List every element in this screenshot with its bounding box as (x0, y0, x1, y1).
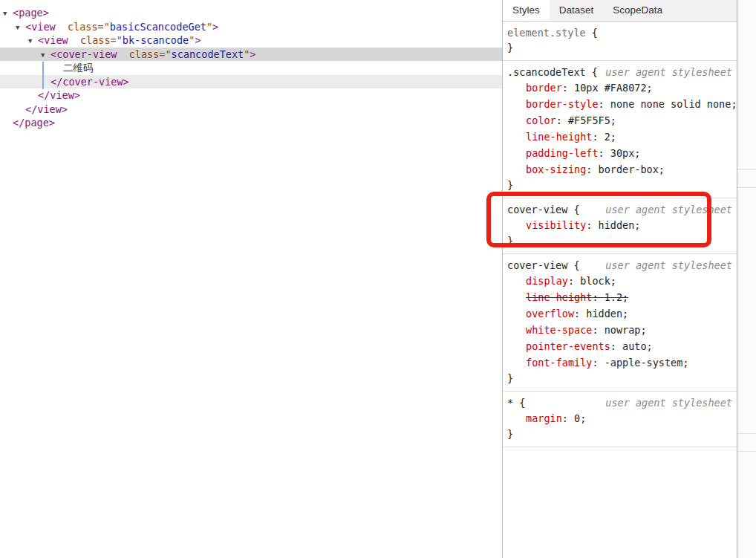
dom-tree-row[interactable]: </page> (0, 116, 502, 130)
closing-brace: } (507, 178, 732, 192)
tag-open-bracket: < (38, 34, 44, 46)
property-name: display (526, 275, 568, 287)
tab-styles[interactable]: Styles (503, 0, 550, 21)
css-declaration[interactable]: overflow: hidden; (507, 305, 732, 322)
styles-tabbar: StylesDatasetScopeData (503, 0, 737, 22)
rule-selector[interactable]: cover-view (507, 259, 567, 271)
rule-selector[interactable]: * (507, 397, 513, 409)
property-name: overflow (526, 308, 574, 319)
scrollbar-mark (737, 169, 756, 170)
tab-dataset[interactable]: Dataset (550, 0, 604, 21)
property-value: 10px #FA8072 (574, 82, 647, 94)
property-value: #F5F5F5 (568, 114, 610, 126)
property-name: white-space (526, 324, 592, 336)
property-value: 30px (610, 147, 635, 159)
property-value: 1.2 (605, 291, 622, 303)
css-declaration[interactable]: font-family: -apple-system; (507, 354, 732, 371)
style-rule: user agent stylesheet* {margin: 0;} (503, 392, 737, 447)
attribute-value: bk-scancode (123, 34, 189, 46)
tag-close-bracket: > (250, 48, 255, 60)
rule-selector[interactable]: .scancodeText (507, 66, 586, 78)
rule-selector[interactable]: cover-view (507, 204, 567, 215)
rule-header: element.style { (507, 25, 732, 40)
expand-arrow-icon[interactable]: ▼ (16, 21, 25, 35)
attribute-value: basicScancodeGet (110, 21, 206, 33)
closing-brace: } (507, 233, 732, 248)
dom-tree-row[interactable]: ▼<view class="basicScancodeGet"> (0, 20, 502, 34)
property-name: line-height (526, 291, 592, 303)
rule-selector[interactable]: element.style (507, 27, 586, 39)
rule-header: user agent stylesheetcover-view { (507, 202, 732, 217)
stylesheet-origin: user agent stylesheet (605, 395, 732, 410)
property-value: hidden (586, 308, 622, 319)
css-declaration[interactable]: pointer-events: auto; (507, 338, 732, 354)
scrollbar[interactable] (737, 0, 756, 558)
css-declaration[interactable]: margin: 0; (507, 410, 732, 426)
tag-close-bracket: > (212, 21, 218, 33)
closing-tag: </page> (13, 117, 55, 129)
attribute-name: class (80, 34, 111, 46)
property-value: auto (622, 340, 647, 352)
css-declaration[interactable]: border: 10px #FA8072; (507, 80, 732, 96)
property-value: 2 (605, 131, 610, 143)
devtools-root: ▼<page>▼<view class="basicScancodeGet">▼… (0, 0, 756, 558)
tag-name: cover-view (56, 48, 117, 60)
property-name: box-sizing (526, 163, 586, 175)
css-declaration[interactable]: box-sizing: border-box; (507, 161, 732, 178)
tab-scopedata[interactable]: ScopeData (603, 0, 672, 21)
dom-tree-row[interactable]: ▼<view class="bk-scancode"> (0, 33, 502, 48)
property-value: 0 (574, 412, 580, 424)
tag-open-bracket: < (50, 48, 56, 60)
tag-close-bracket: > (195, 34, 201, 46)
elements-panel: ▼<page>▼<view class="basicScancodeGet">▼… (0, 0, 503, 558)
style-rule: user agent stylesheetcover-view {display… (503, 254, 737, 392)
css-declaration[interactable]: border-style: none none solid none; (507, 96, 732, 112)
closing-brace: } (507, 426, 732, 441)
property-value: -apple-system (605, 357, 683, 369)
attribute-name: class (68, 21, 98, 33)
css-declaration[interactable]: line-height: 2; (507, 129, 732, 145)
css-declaration[interactable]: visibility: hidden; (507, 217, 732, 233)
dom-tree-row[interactable]: ▼<page> (0, 6, 502, 20)
property-name: border-style (526, 98, 599, 110)
rule-header: user agent stylesheetcover-view { (507, 258, 732, 273)
stylesheet-origin: user agent stylesheet (605, 258, 732, 273)
dom-tree-row[interactable]: </view> (0, 103, 502, 117)
property-value: nowrap (605, 324, 641, 336)
dom-tree-row[interactable]: </view> (0, 88, 502, 103)
closing-tag: </cover-view> (50, 76, 129, 88)
property-name: pointer-events (526, 340, 610, 352)
css-declaration[interactable]: line-height: 1.2; (507, 289, 732, 305)
tag-close-bracket: > (43, 7, 49, 19)
attribute-value: scancodeText (172, 48, 244, 60)
style-rule: user agent stylesheetcover-view {visibil… (503, 198, 737, 254)
style-rule-sections: element.style {}user agent stylesheet.sc… (503, 22, 737, 447)
css-declaration[interactable]: color: #F5F5F5; (507, 112, 732, 129)
dom-tree: ▼<page>▼<view class="basicScancodeGet">▼… (0, 0, 502, 130)
scrollbar-mark (737, 187, 756, 188)
rule-header: user agent stylesheet* { (507, 395, 732, 410)
tag-open-bracket: < (13, 7, 19, 19)
closing-tag: </view> (25, 103, 68, 115)
quote: " (206, 21, 212, 33)
css-declaration[interactable]: padding-left: 30px; (507, 145, 732, 161)
css-declaration[interactable]: display: block; (507, 273, 732, 289)
property-value: block (580, 275, 610, 287)
child-guide-line (42, 62, 44, 89)
dom-tree-row[interactable]: 二维码 (0, 61, 502, 75)
css-declaration[interactable]: white-space: nowrap; (507, 322, 732, 338)
property-name: visibility (526, 219, 586, 231)
dom-tree-row[interactable]: ▼<cover-view class="scancodeText"> (0, 48, 502, 62)
expand-arrow-icon[interactable]: ▼ (3, 7, 13, 21)
property-value: none none solid none (610, 98, 731, 110)
closing-brace: } (507, 371, 732, 386)
scrollbar-mark (737, 451, 756, 452)
tag-name: view (31, 21, 56, 33)
tag-name: view (44, 34, 68, 46)
expand-arrow-icon[interactable]: ▼ (28, 34, 38, 48)
property-name: font-family (526, 357, 592, 369)
expand-arrow-icon[interactable]: ▼ (41, 48, 50, 62)
attribute-name: class (129, 48, 160, 60)
dom-tree-row[interactable]: </cover-view> (0, 75, 502, 89)
closing-brace: } (507, 40, 732, 55)
